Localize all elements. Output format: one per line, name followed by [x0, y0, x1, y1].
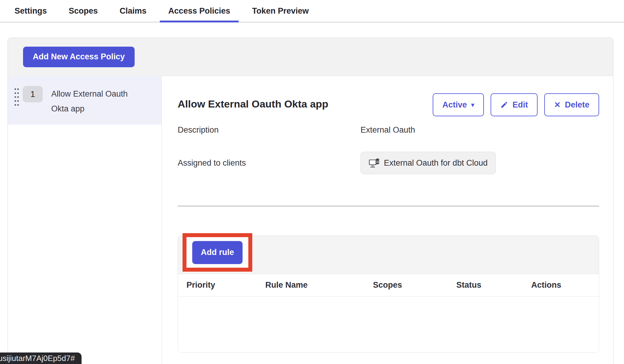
panel-header: Add New Access Policy: [8, 38, 613, 76]
description-row: Description External Oauth: [178, 125, 599, 135]
rules-card-header: Add rule: [178, 236, 599, 274]
policy-order-badge: 1: [23, 86, 43, 102]
tab-access-policies-label: Access Policies: [168, 6, 230, 16]
tab-settings[interactable]: Settings: [6, 0, 55, 22]
status-dropdown-label: Active: [442, 100, 467, 110]
access-policies-panel: Add New Access Policy 1 Allow External O…: [8, 38, 613, 364]
description-label: Description: [178, 125, 361, 135]
edit-button[interactable]: Edit: [491, 93, 538, 116]
policy-action-buttons: Active ▾ Edit ✕ Delete: [433, 93, 599, 116]
x-icon: ✕: [554, 101, 561, 109]
red-highlight-annotation: Add rule: [183, 233, 252, 272]
policy-detail-header: Allow External Oauth Okta app Active ▾ E…: [178, 93, 599, 116]
tab-claims[interactable]: Claims: [111, 0, 155, 22]
active-tab-underline: [160, 21, 239, 22]
okta-access-policies-screen: Settings Scopes Claims Access Policies T…: [0, 0, 624, 364]
tab-token-preview-label: Token Preview: [252, 6, 309, 16]
add-new-access-policy-button[interactable]: Add New Access Policy: [23, 47, 135, 67]
tab-settings-label: Settings: [15, 6, 47, 16]
policy-item-name: Allow External Oauth Okta app: [51, 87, 142, 116]
computer-database-icon: [369, 158, 380, 168]
column-header-status: Status: [448, 280, 523, 290]
tab-access-policies[interactable]: Access Policies: [160, 0, 239, 22]
description-value: External Oauth: [361, 125, 599, 135]
policy-list-sidebar: 1 Allow External Oauth Okta app: [8, 76, 162, 364]
assigned-clients-row: Assigned to clients External Oauth for d…: [178, 152, 599, 174]
link-status-text: usijiutarM7Aj0Ep5d7#: [0, 354, 75, 363]
column-header-priority: Priority: [178, 280, 257, 290]
link-status-tooltip: usijiutarM7Aj0Ep5d7#: [0, 352, 82, 364]
pencil-icon: [500, 101, 508, 109]
tab-scopes-label: Scopes: [69, 6, 98, 16]
assigned-client-name: External Oauth for dbt Cloud: [384, 158, 488, 168]
column-header-rule-name: Rule Name: [257, 280, 364, 290]
policy-list-item[interactable]: 1 Allow External Oauth Okta app: [8, 76, 162, 125]
drag-handle-icon[interactable]: [14, 87, 19, 107]
tab-token-preview[interactable]: Token Preview: [243, 0, 317, 22]
chevron-down-icon: ▾: [471, 102, 474, 108]
assigned-client-badge: External Oauth for dbt Cloud: [361, 152, 496, 174]
tab-bar: Settings Scopes Claims Access Policies T…: [0, 0, 624, 22]
add-rule-button[interactable]: Add rule: [192, 241, 243, 264]
assigned-clients-label: Assigned to clients: [178, 158, 361, 168]
delete-button[interactable]: ✕ Delete: [544, 93, 599, 116]
rules-table-header: Priority Rule Name Scopes Status Actions: [178, 274, 599, 296]
status-dropdown-button[interactable]: Active ▾: [433, 93, 484, 116]
rules-table-empty-body: [178, 296, 599, 352]
policy-title: Allow External Oauth Okta app: [178, 93, 328, 110]
section-divider: [178, 206, 599, 207]
tab-scopes[interactable]: Scopes: [60, 0, 106, 22]
delete-button-label: Delete: [565, 100, 589, 110]
policy-detail-pane: Allow External Oauth Okta app Active ▾ E…: [178, 76, 599, 352]
column-header-scopes: Scopes: [364, 280, 448, 290]
tab-claims-label: Claims: [120, 6, 147, 16]
edit-button-label: Edit: [512, 100, 528, 110]
column-header-actions: Actions: [523, 280, 599, 290]
rules-card: Add rule Priority Rule Name Scopes Statu…: [178, 236, 599, 352]
